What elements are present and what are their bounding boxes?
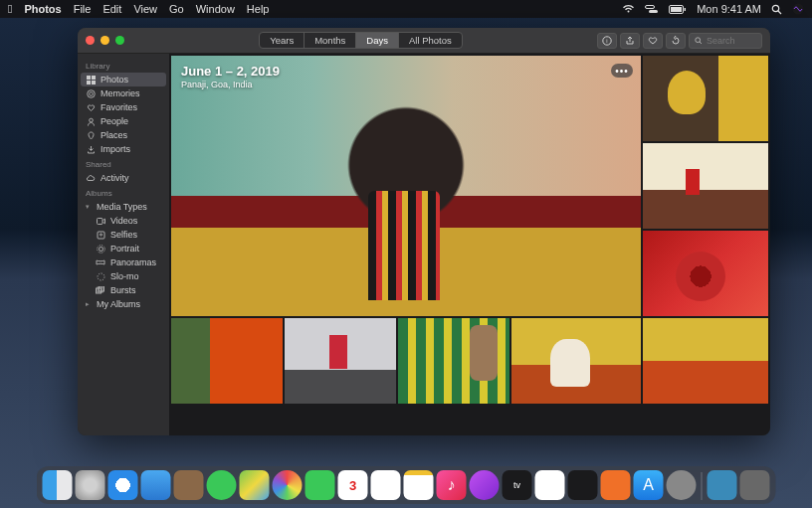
pin-icon (86, 130, 96, 140)
traffic-lights (86, 36, 124, 45)
dock-contacts[interactable] (174, 470, 204, 500)
svg-point-21 (100, 234, 102, 236)
svg-line-6 (778, 11, 781, 14)
segment-all-photos[interactable]: All Photos (398, 33, 462, 48)
menu-edit[interactable]: Edit (102, 3, 121, 15)
photo-thumbnail[interactable] (285, 318, 396, 404)
window-titlebar: Years Months Days All Photos i (78, 28, 770, 54)
sidebar-item-media-types[interactable]: ▾ Media Types (78, 200, 169, 214)
sidebar-item-label: Bursts (110, 285, 136, 295)
siri-icon[interactable] (792, 3, 804, 15)
sidebar-item-label: My Albums (97, 299, 140, 309)
dock-facetime[interactable] (305, 470, 335, 500)
search-input[interactable] (707, 36, 756, 46)
photo-thumbnail[interactable] (643, 318, 768, 404)
dock-mail[interactable] (141, 470, 171, 500)
photo-thumbnail[interactable] (171, 318, 283, 404)
sidebar-item-my-albums[interactable]: ▸ My Albums (78, 297, 169, 311)
sidebar-item-photos[interactable]: Photos (81, 73, 166, 86)
wifi-icon[interactable] (622, 4, 635, 14)
segment-days[interactable]: Days (355, 33, 398, 48)
person-icon (86, 116, 96, 126)
photos-window: Years Months Days All Photos i Library P… (78, 28, 770, 435)
sidebar-item-label: Activity (101, 173, 129, 183)
view-segmented-control: Years Months Days All Photos (259, 32, 463, 49)
dock-system-preferences[interactable] (667, 470, 697, 500)
dock-calendar[interactable]: 3 (338, 470, 368, 500)
sidebar-item-label: Selfies (110, 230, 137, 240)
photo-thumbnail[interactable] (643, 143, 768, 229)
dock-photos[interactable] (273, 470, 303, 500)
dock-launchpad[interactable] (76, 470, 105, 500)
dock-tv[interactable]: tv (503, 470, 532, 500)
burst-icon (96, 285, 105, 295)
segment-years[interactable]: Years (260, 33, 304, 48)
dock-separator (702, 472, 703, 500)
dock-maps[interactable] (240, 470, 270, 500)
svg-rect-13 (92, 76, 96, 80)
dock-notes[interactable] (404, 470, 434, 500)
rotate-button[interactable] (666, 33, 686, 49)
app-menu[interactable]: Photos (24, 3, 61, 15)
svg-point-24 (98, 273, 104, 280)
dock-news[interactable] (535, 470, 565, 500)
sidebar-item-label: Photos (101, 75, 128, 85)
control-center-icon[interactable] (645, 5, 659, 14)
menu-file[interactable]: File (74, 3, 92, 15)
sidebar-item-activity[interactable]: Activity (78, 171, 169, 185)
sidebar-item-selfies[interactable]: Selfies (78, 228, 169, 242)
minimize-button[interactable] (101, 36, 109, 45)
close-button[interactable] (86, 36, 95, 45)
search-field[interactable] (689, 33, 762, 49)
svg-point-22 (99, 247, 102, 251)
sidebar-item-people[interactable]: People (78, 114, 169, 128)
dock-reminders[interactable] (371, 470, 401, 500)
sidebar-item-portrait[interactable]: Portrait (78, 242, 169, 255)
svg-point-10 (696, 37, 701, 42)
menu-window[interactable]: Window (196, 3, 235, 15)
sidebar-item-videos[interactable]: Videos (78, 214, 169, 228)
dock-books[interactable] (601, 470, 631, 500)
apple-menu-icon[interactable]:  (8, 2, 12, 16)
spotlight-icon[interactable] (771, 4, 782, 15)
dock-trash[interactable] (740, 470, 770, 500)
dock-safari[interactable] (108, 470, 138, 500)
sidebar-item-places[interactable]: Places (78, 128, 169, 142)
sidebar-header-shared: Shared (78, 156, 169, 171)
dock-stocks[interactable] (568, 470, 598, 500)
favorite-button[interactable] (643, 33, 663, 49)
battery-icon[interactable] (669, 5, 687, 14)
photo-thumbnail[interactable] (398, 318, 509, 404)
sidebar-item-bursts[interactable]: Bursts (78, 283, 169, 297)
sidebar-item-imports[interactable]: Imports (78, 142, 169, 156)
panorama-icon (96, 257, 105, 267)
photo-thumbnail[interactable] (643, 56, 768, 141)
fullscreen-button[interactable] (115, 36, 124, 45)
sidebar-item-memories[interactable]: Memories (78, 86, 169, 100)
dock-podcasts[interactable] (470, 470, 500, 500)
sidebar-item-slomo[interactable]: Slo-mo (78, 269, 169, 283)
slomo-icon (96, 271, 105, 281)
menu-help[interactable]: Help (247, 3, 270, 15)
segment-months[interactable]: Months (304, 33, 355, 48)
sidebar: Library Photos Memories Favorites People… (78, 54, 169, 435)
sidebar-item-favorites[interactable]: Favorites (78, 100, 169, 114)
dock-downloads[interactable] (708, 470, 737, 500)
share-button[interactable] (620, 33, 640, 49)
hero-photo[interactable]: June 1 – 2, 2019 Panaji, Goa, India ••• (171, 56, 641, 316)
sidebar-item-panoramas[interactable]: Panoramas (78, 255, 169, 269)
menu-view[interactable]: View (133, 3, 157, 15)
photo-thumbnail[interactable] (643, 231, 768, 316)
dock-messages[interactable] (207, 470, 237, 500)
photo-thumbnail[interactable] (511, 318, 641, 404)
sidebar-item-label: Slo-mo (110, 271, 139, 281)
dock-music[interactable]: ♪ (437, 470, 467, 500)
menu-go[interactable]: Go (169, 3, 184, 15)
info-button[interactable]: i (597, 33, 617, 49)
more-button[interactable]: ••• (611, 64, 633, 78)
dock-finder[interactable] (43, 470, 73, 500)
dock-appstore[interactable]: A (634, 470, 664, 500)
day-header: June 1 – 2, 2019 Panaji, Goa, India (181, 64, 280, 89)
menu-clock[interactable]: Mon 9:41 AM (697, 3, 761, 15)
sidebar-header-albums: Albums (78, 185, 169, 200)
